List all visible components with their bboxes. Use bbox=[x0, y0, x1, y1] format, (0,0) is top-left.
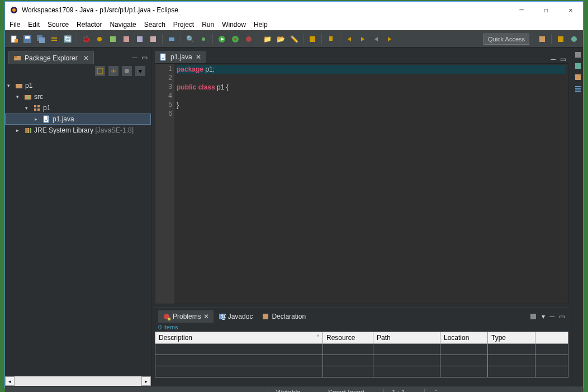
tree-jre[interactable]: ▸ JRE System Library [JavaSE-1.8] bbox=[5, 125, 151, 136]
expand-icon[interactable]: ▸ bbox=[16, 127, 22, 133]
back-history-icon[interactable] bbox=[371, 34, 382, 45]
menu-search[interactable]: Search bbox=[144, 21, 165, 29]
save-icon[interactable] bbox=[22, 34, 33, 45]
tasks-icon[interactable] bbox=[574, 84, 582, 92]
maximize-button[interactable]: ☐ bbox=[538, 4, 554, 16]
annotate-icon[interactable] bbox=[198, 34, 209, 45]
close-icon[interactable]: ✕ bbox=[203, 313, 209, 320]
pin-icon[interactable] bbox=[325, 34, 336, 45]
line-number: 6 bbox=[162, 110, 174, 119]
expand-icon[interactable]: ▸ bbox=[35, 116, 40, 122]
horizontal-scrollbar[interactable]: ◂ ▸ bbox=[5, 376, 151, 386]
status-menu-icon[interactable]: ⋮ bbox=[424, 389, 447, 393]
package-explorer-tab[interactable]: Package Explorer ✕ bbox=[8, 51, 94, 64]
menu-window[interactable]: Window bbox=[222, 21, 246, 29]
close-icon[interactable]: ✕ bbox=[83, 54, 89, 62]
col-resource[interactable]: Resource bbox=[323, 332, 373, 344]
line-number: 1 bbox=[162, 65, 174, 74]
filters-icon[interactable] bbox=[529, 313, 537, 320]
code-content[interactable]: package p1; public class p1 { } bbox=[174, 64, 568, 304]
toggle-mark-icon[interactable] bbox=[166, 34, 177, 45]
minimize-view-icon[interactable]: ─ bbox=[132, 54, 137, 62]
forward-history-icon[interactable] bbox=[384, 34, 395, 45]
focus-task-icon[interactable] bbox=[122, 66, 132, 76]
table-row[interactable] bbox=[155, 344, 568, 355]
menu-file[interactable]: File bbox=[10, 21, 20, 29]
tree-src[interactable]: ▾ src bbox=[5, 91, 151, 102]
java-file-icon: J bbox=[159, 53, 167, 61]
col-type[interactable]: Type bbox=[488, 332, 535, 344]
bookmarks-icon[interactable] bbox=[574, 73, 582, 81]
col-path[interactable]: Path bbox=[373, 332, 440, 344]
menu-help[interactable]: Help bbox=[254, 21, 268, 29]
back-icon[interactable] bbox=[344, 34, 355, 45]
menu-run[interactable]: Run bbox=[202, 21, 214, 29]
maximize-view-icon[interactable]: ▭ bbox=[560, 55, 566, 63]
scroll-track[interactable] bbox=[15, 376, 141, 386]
java-perspective-icon[interactable] bbox=[555, 34, 566, 45]
task-list-icon[interactable] bbox=[574, 62, 582, 70]
scroll-right-icon[interactable]: ▸ bbox=[141, 376, 151, 386]
open-perspective-icon[interactable] bbox=[537, 34, 548, 45]
open-type-icon[interactable] bbox=[134, 34, 145, 45]
close-icon[interactable]: ✕ bbox=[196, 53, 201, 61]
tree-project[interactable]: ▾ p1 bbox=[5, 80, 151, 91]
minimize-view-icon[interactable]: ─ bbox=[551, 55, 556, 63]
quick-access-input[interactable]: Quick Access bbox=[483, 34, 529, 45]
skip-breakpoints-icon[interactable] bbox=[94, 34, 105, 45]
debug-last-icon[interactable]: 🐞 bbox=[80, 34, 92, 45]
team-icon[interactable] bbox=[307, 34, 318, 45]
expand-icon[interactable]: ▾ bbox=[7, 83, 13, 88]
menu-project[interactable]: Project bbox=[173, 21, 194, 29]
new-folder-icon[interactable]: 📂 bbox=[275, 34, 286, 45]
scroll-left-icon[interactable]: ◂ bbox=[5, 376, 15, 386]
new-java-class-icon[interactable] bbox=[107, 34, 118, 45]
new-icon[interactable] bbox=[8, 34, 20, 45]
open-task-icon[interactable] bbox=[148, 34, 159, 45]
table-row[interactable] bbox=[155, 355, 568, 366]
maximize-view-icon[interactable]: ▭ bbox=[141, 54, 148, 62]
close-button[interactable]: ✕ bbox=[563, 4, 578, 16]
javadoc-tab[interactable]: @ Javadoc bbox=[214, 310, 258, 323]
link-editor-icon[interactable] bbox=[108, 66, 118, 76]
build-icon[interactable]: 🔄 bbox=[62, 34, 73, 45]
problems-table[interactable]: Description ^ Resource Path Location Typ… bbox=[155, 332, 568, 377]
new-project-icon[interactable]: 📁 bbox=[262, 34, 273, 45]
tree-file-selected[interactable]: ▸ J p1.java bbox=[5, 114, 151, 125]
view-menu-icon[interactable]: ▾ bbox=[135, 66, 145, 76]
debug-icon[interactable] bbox=[230, 34, 241, 45]
view-menu-icon[interactable]: ▾ bbox=[542, 313, 545, 320]
new-java-package-icon[interactable] bbox=[121, 34, 132, 45]
minimize-button[interactable]: ─ bbox=[514, 4, 529, 16]
run-last-icon[interactable] bbox=[243, 34, 254, 45]
save-all-icon[interactable] bbox=[35, 34, 46, 45]
run-icon[interactable] bbox=[216, 34, 227, 45]
statusbar: Writable Smart Insert 1 : 1 ⋮ bbox=[5, 386, 583, 392]
expand-icon[interactable]: ▾ bbox=[16, 94, 22, 100]
svg-rect-56 bbox=[575, 63, 581, 69]
collapse-all-icon[interactable] bbox=[95, 66, 105, 76]
declaration-tab[interactable]: Declaration bbox=[257, 310, 310, 323]
editor-tab-p1[interactable]: J p1.java ✕ bbox=[155, 51, 206, 63]
col-description[interactable]: Description ^ bbox=[155, 332, 323, 344]
edit-icon[interactable]: ✏️ bbox=[288, 34, 300, 45]
toggle-breadcrumb-icon[interactable] bbox=[49, 34, 60, 45]
col-location[interactable]: Location bbox=[440, 332, 488, 344]
table-row[interactable] bbox=[155, 366, 568, 377]
forward-icon[interactable] bbox=[357, 34, 368, 45]
tree-package[interactable]: ▾ p1 bbox=[5, 102, 151, 114]
maximize-view-icon[interactable]: ▭ bbox=[559, 313, 565, 320]
outline-view-icon[interactable] bbox=[574, 51, 582, 59]
package-tree[interactable]: ▾ p1 ▾ src ▾ p1 ▸ J p1.java bbox=[5, 78, 151, 376]
minimize-view-icon[interactable]: ─ bbox=[549, 313, 554, 320]
debug-perspective-icon[interactable] bbox=[568, 34, 580, 45]
svg-rect-50 bbox=[168, 318, 170, 320]
menu-navigate[interactable]: Navigate bbox=[110, 21, 136, 29]
menu-refactor[interactable]: Refactor bbox=[77, 21, 102, 29]
menu-edit[interactable]: Edit bbox=[28, 21, 40, 29]
code-editor[interactable]: 1 2 3 4 5 6 package p1; public class p1 … bbox=[155, 63, 568, 304]
menu-source[interactable]: Source bbox=[48, 21, 69, 29]
search-icon[interactable]: 🔍 bbox=[184, 34, 196, 45]
problems-tab[interactable]: Problems ✕ bbox=[158, 310, 214, 323]
expand-icon[interactable]: ▾ bbox=[25, 105, 31, 111]
